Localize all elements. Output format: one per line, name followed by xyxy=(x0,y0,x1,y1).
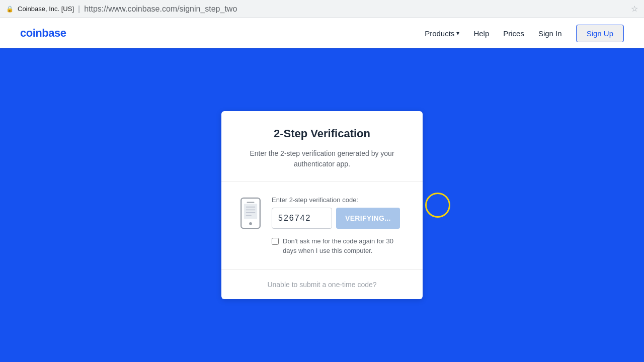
bookmark-icon[interactable]: ☆ xyxy=(631,4,638,14)
svg-rect-5 xyxy=(246,210,256,211)
verification-code-input[interactable] xyxy=(272,208,332,229)
svg-rect-1 xyxy=(244,204,257,219)
browser-bar: 🔒 Coinbase, Inc. [US] | https://www.coin… xyxy=(0,0,644,18)
url-separator: | xyxy=(78,5,80,14)
verification-card: 2-Step Verification Enter the 2-step ver… xyxy=(221,111,423,299)
input-label: Enter 2-step verification code: xyxy=(272,196,407,204)
input-section: Enter 2-step verification code: VERIFYIN… xyxy=(272,196,407,255)
phone-icon-container xyxy=(237,196,264,230)
svg-point-3 xyxy=(249,222,252,225)
svg-rect-6 xyxy=(246,212,256,213)
svg-rect-4 xyxy=(246,207,256,208)
url-display: https://www.coinbase.com/signin_step_two xyxy=(84,5,237,14)
navbar: coinbase Products Help Prices Sign In Si… xyxy=(0,18,644,48)
nav-help[interactable]: Help xyxy=(473,29,489,38)
nav-links: Products Help Prices Sign In Sign Up xyxy=(425,25,624,42)
input-controls: VERIFYING... xyxy=(272,208,407,229)
card-title: 2-Step Verification xyxy=(242,127,403,140)
nav-signin[interactable]: Sign In xyxy=(538,29,562,38)
nav-products[interactable]: Products xyxy=(425,29,459,38)
remember-row: Don't ask me for the code again for 30 d… xyxy=(272,237,407,255)
card-footer: Unable to submit a one-time code? xyxy=(221,270,423,299)
phone-icon xyxy=(239,197,262,229)
lock-icon: 🔒 xyxy=(6,6,14,13)
verify-button[interactable]: VERIFYING... xyxy=(336,208,400,229)
input-row: Enter 2-step verification code: VERIFYIN… xyxy=(237,196,407,255)
main-content: 2-Step Verification Enter the 2-step ver… xyxy=(0,48,644,362)
svg-rect-7 xyxy=(246,215,252,216)
cursor-indicator xyxy=(425,193,450,218)
one-time-code-link[interactable]: Unable to submit a one-time code? xyxy=(267,281,376,289)
card-description: Enter the 2-step verification generated … xyxy=(242,148,403,169)
company-name: Coinbase, Inc. [US] xyxy=(18,5,74,13)
coinbase-logo[interactable]: coinbase xyxy=(20,27,66,40)
card-header: 2-Step Verification Enter the 2-step ver… xyxy=(221,111,423,182)
remember-checkbox[interactable] xyxy=(272,238,279,245)
nav-signup-button[interactable]: Sign Up xyxy=(576,25,624,42)
card-body: Enter 2-step verification code: VERIFYIN… xyxy=(221,182,423,269)
svg-rect-2 xyxy=(247,202,254,203)
remember-label: Don't ask me for the code again for 30 d… xyxy=(283,237,407,255)
nav-prices[interactable]: Prices xyxy=(503,29,524,38)
